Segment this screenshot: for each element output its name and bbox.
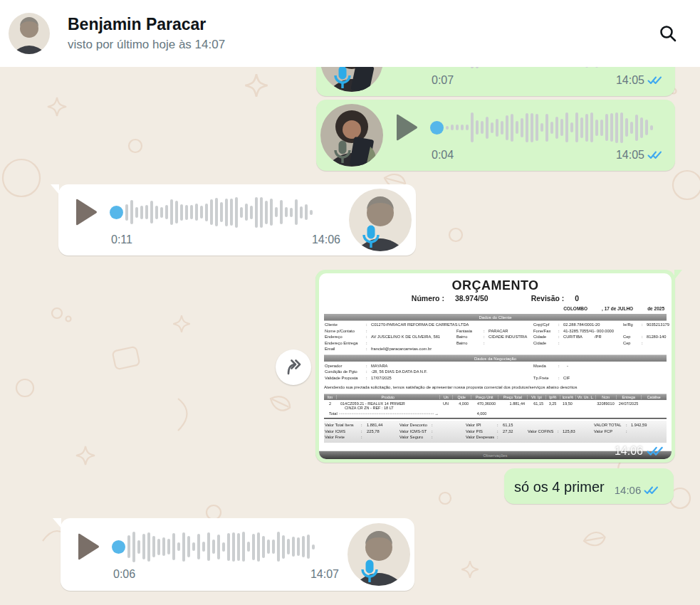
doc-colon: : — [626, 429, 627, 433]
play-button[interactable] — [395, 113, 419, 142]
doc-label: Valor Frete — [325, 435, 345, 439]
doc-colon: : — [558, 335, 560, 339]
doc-label: Fantasia — [456, 329, 472, 333]
voice-message-incoming-1[interactable]: 0:11 14:06 — [58, 184, 416, 256]
doc-colon: : — [484, 341, 485, 345]
doc-colon: : — [432, 423, 433, 427]
doc-value: 1.942,59 — [631, 423, 647, 427]
chat-header: Benjamin Paracar visto por último hoje à… — [0, 0, 700, 67]
doc-colon: : — [361, 429, 362, 433]
doc-label: Cidade — [533, 341, 546, 345]
doc-label: Cep — [623, 341, 631, 345]
voice-duration: 0:06 — [113, 568, 135, 581]
doc-colon: : — [366, 335, 367, 339]
doc-colon: : — [642, 341, 643, 345]
avatar — [348, 523, 410, 586]
doc-value: 81280-140 — [647, 335, 667, 339]
voice-message-outgoing-2[interactable]: 0:04 14:05 — [316, 100, 675, 171]
forward-button[interactable] — [276, 349, 311, 385]
doc-colon: : — [558, 376, 560, 380]
doc-label: Valor ICMS-ST — [399, 429, 427, 433]
doc-value: -28, 56 DIAS DA DATA DA N.F. — [371, 369, 427, 374]
doc-colon: : — [432, 435, 433, 439]
doc-value: 41-3285.7055/41- 000.0000 — [563, 329, 614, 333]
doc-label: Moeda — [533, 364, 546, 368]
doc-label: Condição de Pgto — [325, 369, 357, 374]
doc-label: Fone/Fax — [533, 329, 550, 333]
mic-icon — [359, 559, 383, 590]
doc-colon: : — [484, 329, 485, 333]
forward-icon — [283, 357, 303, 377]
doc-table-row: 2 014CZ059.21 - REALUX 14 PRIMER CINZA C… — [324, 400, 667, 410]
doc-colon: : — [558, 341, 560, 345]
doc-label: Cep — [623, 335, 631, 339]
voice-waveform[interactable] — [446, 110, 665, 144]
doc-title: ORÇAMENTO — [324, 278, 667, 293]
message-time: 14:06 — [312, 233, 340, 246]
doc-label: Valor Despesas — [466, 435, 494, 439]
doc-colon: : — [497, 423, 498, 427]
doc-table-total-line: Total → 4,000 — [324, 410, 667, 416]
play-button[interactable] — [76, 532, 100, 561]
message-time: 14:06 — [615, 445, 643, 458]
voice-duration: 0:04 — [432, 149, 454, 162]
seek-dot[interactable] — [112, 540, 125, 554]
voice-message-incoming-2[interactable]: 0:06 14:07 — [61, 518, 414, 591]
doc-colon: : — [558, 329, 560, 333]
play-button[interactable] — [74, 198, 98, 226]
doc-label: Valor PIS — [466, 429, 483, 433]
doc-divider — [324, 418, 667, 419]
doc-label: Valor COFINS — [528, 429, 553, 433]
doc-totals: Valor Total Itens : 1.881,44 Valor Desco… — [324, 421, 667, 443]
voice-duration: 0:07 — [432, 74, 454, 87]
doc-colon: : — [642, 322, 643, 327]
message-time: 14:06 — [615, 484, 642, 496]
seek-dot[interactable] — [110, 206, 123, 219]
seek-dot[interactable] — [430, 121, 444, 135]
doc-colon: : — [497, 429, 498, 433]
doc-number: 38.974/50 — [455, 294, 489, 302]
doc-label: Bairro — [456, 341, 467, 345]
message-time: 14:05 — [616, 74, 644, 87]
mic-icon — [332, 65, 356, 96]
doc-value: francieli@paracarcarretas.com.br — [371, 347, 432, 351]
voice-waveform[interactable] — [125, 195, 343, 229]
doc-date2: de 2025 — [647, 306, 664, 312]
doc-label: Tp.Frete — [533, 376, 549, 380]
doc-value: 125,83 — [563, 429, 575, 433]
read-checks-icon — [647, 150, 662, 160]
doc-value: 02.288.784/0001-20 — [563, 322, 600, 327]
doc-intro-text: Atendendo sua prezada solicitação, temos… — [324, 385, 667, 390]
voice-waveform[interactable] — [127, 530, 342, 564]
avatar — [320, 104, 383, 167]
doc-section-client: Dados do Cliente — [324, 314, 667, 321]
doc-colon: : — [366, 347, 367, 351]
document-preview[interactable]: ORÇAMENTO Número : 38.974/50 Revisão : 0… — [319, 273, 672, 459]
document-message[interactable]: ORÇAMENTO Número : 38.974/50 Revisão : 0… — [315, 270, 675, 463]
doc-label: Nome p/Contato — [325, 329, 355, 333]
doc-label: Cnpj/Cpf — [533, 322, 549, 327]
doc-colon: : — [366, 369, 367, 374]
doc-value: 17/07/2025 — [371, 376, 392, 380]
doc-label: Valor IPI — [466, 423, 481, 427]
contact-name[interactable]: Benjamin Paracar — [68, 15, 225, 34]
doc-label: Operador — [325, 364, 342, 368]
doc-number-label: Número : — [412, 294, 444, 302]
doc-value: 225,78 — [367, 429, 380, 433]
doc-value: 9035213179 — [647, 322, 669, 327]
search-icon[interactable] — [657, 23, 679, 44]
doc-value: 1.881,44 — [367, 423, 382, 427]
header-avatar[interactable] — [9, 13, 50, 54]
doc-label: Cliente — [325, 322, 338, 327]
doc-label: Bairro — [456, 335, 467, 339]
mic-icon — [360, 224, 385, 256]
read-checks-icon — [644, 485, 659, 495]
doc-city: COLOMBO — [563, 306, 587, 312]
doc-label: Email — [325, 347, 335, 351]
doc-section-negotiation: Dados da Negociação — [324, 355, 667, 362]
doc-colon: : — [626, 423, 627, 427]
doc-colon: : — [366, 329, 367, 333]
text-message[interactable]: só os 4 primer 14:06 — [504, 468, 674, 504]
chat-area: 0:07 14:05 — [0, 0, 700, 605]
doc-colon: : — [497, 435, 498, 439]
